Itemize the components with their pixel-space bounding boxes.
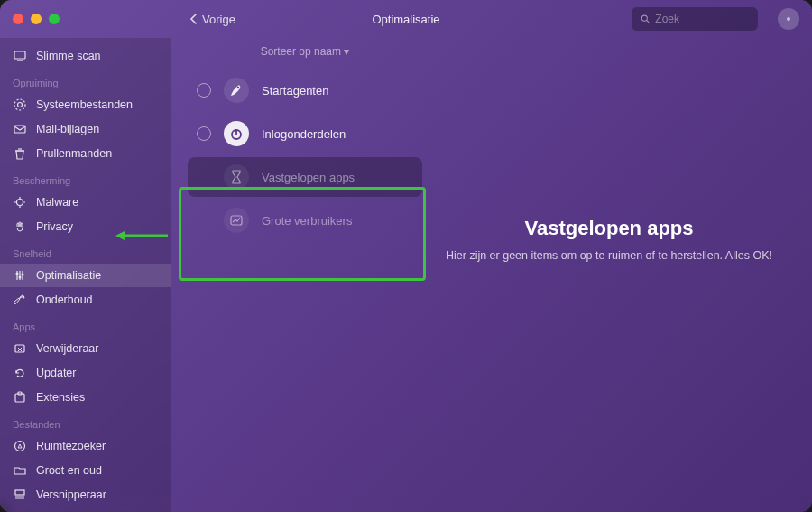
sidebar-item-label: Malware: [36, 196, 78, 209]
category-list: Sorteer op naam ▾ Startagenten Inlogonde…: [171, 38, 433, 512]
window-controls: [13, 14, 60, 24]
svg-point-18: [16, 273, 19, 275]
chevron-left-icon: [189, 14, 197, 24]
sidebar-item-label: Prullenmanden: [36, 147, 112, 160]
svg-point-6: [14, 99, 25, 110]
svg-point-20: [22, 274, 24, 276]
svg-point-26: [15, 442, 25, 451]
radio-button[interactable]: [197, 126, 211, 141]
sidebar-item-large-old[interactable]: Groot en oud: [0, 459, 171, 482]
hand-icon: [13, 219, 27, 234]
sidebar-item-label: Mail-bijlagen: [36, 123, 99, 135]
trash-icon: [13, 146, 27, 161]
category-row-login-items[interactable]: Inlogonderdelen: [188, 114, 422, 154]
svg-rect-27: [15, 490, 24, 495]
folder-icon: [13, 463, 27, 478]
annotation-arrow-icon: [115, 231, 168, 240]
svg-line-1: [647, 21, 650, 23]
category-row-launch-agents[interactable]: Startagenten: [188, 70, 422, 110]
sidebar-item-label: Ruimtezoeker: [36, 440, 106, 452]
radio-button[interactable]: [197, 83, 211, 98]
search-icon: [641, 14, 650, 24]
sidebar-item-space-lens[interactable]: Ruimtezoeker: [0, 434, 171, 458]
mail-icon: [13, 122, 27, 136]
hourglass-icon: [224, 164, 249, 190]
shredder-icon: [13, 488, 27, 502]
svg-rect-3: [14, 51, 25, 59]
sidebar-heading-files: Bestanden: [0, 410, 171, 433]
svg-point-19: [19, 276, 22, 279]
svg-point-5: [18, 103, 23, 107]
sidebar-item-label: Slimme scan: [36, 50, 101, 62]
page-title: Optimalisatie: [372, 13, 439, 26]
puzzle-icon: [13, 390, 27, 405]
sidebar-item-label: Versnipperaar: [36, 489, 106, 501]
sidebar-item-system-files[interactable]: Systeembestanden: [0, 93, 171, 116]
back-button[interactable]: Vorige: [189, 0, 235, 38]
sidebar-item-uninstaller[interactable]: Verwijderaar: [0, 337, 171, 360]
sidebar-item-label: Updater: [36, 367, 76, 379]
sidebar-item-label: Extensies: [36, 391, 85, 404]
sidebar-heading-cleanup: Opruiming: [0, 69, 171, 92]
sidebar-item-mail-attachments[interactable]: Mail-bijlagen: [0, 117, 171, 141]
compass-icon: [13, 439, 27, 453]
sidebar-item-shredder[interactable]: Versnipperaar: [0, 483, 171, 507]
svg-point-34: [237, 87, 239, 88]
sidebar-item-optimization[interactable]: Optimalisatie: [0, 264, 171, 287]
sidebar-heading-speed: Snelheid: [0, 239, 171, 263]
sidebar-item-trash-bins[interactable]: Prullenmanden: [0, 142, 171, 165]
titlebar: Vorige Optimalisatie: [0, 0, 812, 38]
sidebar-item-updater[interactable]: Updater: [0, 361, 171, 385]
rocket-icon: [224, 78, 249, 103]
sort-button[interactable]: Sorteer op naam ▾: [188, 45, 422, 58]
maximize-window-button[interactable]: [49, 14, 60, 24]
svg-point-2: [787, 17, 790, 21]
sliders-icon: [13, 268, 27, 283]
sidebar-item-smart-scan[interactable]: Slimme scan: [0, 44, 171, 68]
sidebar-item-malware[interactable]: Malware: [0, 191, 171, 214]
detail-subtitle: Hier zijn er geen items om op te ruimen …: [446, 249, 772, 262]
close-window-button[interactable]: [13, 14, 23, 24]
sidebar-item-label: Systeembestanden: [36, 98, 133, 111]
sidebar-item-extensions[interactable]: Extensies: [0, 386, 171, 409]
chart-icon: [224, 208, 249, 233]
category-label: Startagenten: [262, 84, 328, 98]
svg-point-10: [17, 200, 23, 206]
category-row-hung-apps[interactable]: Vastgelopen apps: [188, 157, 422, 197]
refresh-icon: [13, 366, 27, 380]
sidebar-item-label: Groot en oud: [36, 464, 102, 477]
search-box[interactable]: [632, 7, 758, 31]
main-content: Sorteer op naam ▾ Startagenten Inlogonde…: [171, 38, 812, 512]
uninstall-icon: [13, 341, 27, 356]
user-menu-button[interactable]: [778, 8, 799, 30]
sidebar-item-label: Optimalisatie: [36, 269, 101, 282]
svg-point-0: [641, 15, 647, 21]
gear-icon: [13, 98, 27, 112]
monitor-icon: [13, 49, 27, 63]
category-label: Grote verbruikers: [262, 214, 352, 228]
power-icon: [224, 121, 249, 146]
minimize-window-button[interactable]: [31, 14, 42, 24]
svg-rect-21: [15, 345, 24, 352]
category-row-heavy-consumers[interactable]: Grote verbruikers: [188, 200, 422, 240]
detail-title: Vastgelopen apps: [524, 217, 693, 240]
sidebar-heading-protection: Bescherming: [0, 166, 171, 190]
search-input[interactable]: [655, 13, 749, 25]
sidebar-item-label: Onderhoud: [36, 293, 93, 306]
body: Slimme scan Opruiming Systeembestanden M…: [0, 38, 812, 512]
sidebar-item-label: Privacy: [36, 220, 73, 233]
svg-rect-7: [14, 126, 25, 133]
wrench-icon: [13, 293, 27, 307]
category-label: Vastgelopen apps: [262, 171, 355, 184]
detail-panel: Vastgelopen apps Hier zijn er geen items…: [433, 38, 812, 512]
user-icon: [783, 14, 794, 24]
category-label: Inlogonderdelen: [262, 127, 346, 141]
bug-icon: [13, 195, 27, 209]
sidebar-heading-apps: Apps: [0, 312, 171, 336]
sidebar-item-maintenance[interactable]: Onderhoud: [0, 288, 171, 312]
app-window: Vorige Optimalisatie Slimme scan Opruimi…: [0, 0, 812, 512]
sidebar-item-label: Verwijderaar: [36, 342, 98, 355]
back-label: Vorige: [202, 13, 235, 26]
sidebar: Slimme scan Opruiming Systeembestanden M…: [0, 38, 171, 512]
